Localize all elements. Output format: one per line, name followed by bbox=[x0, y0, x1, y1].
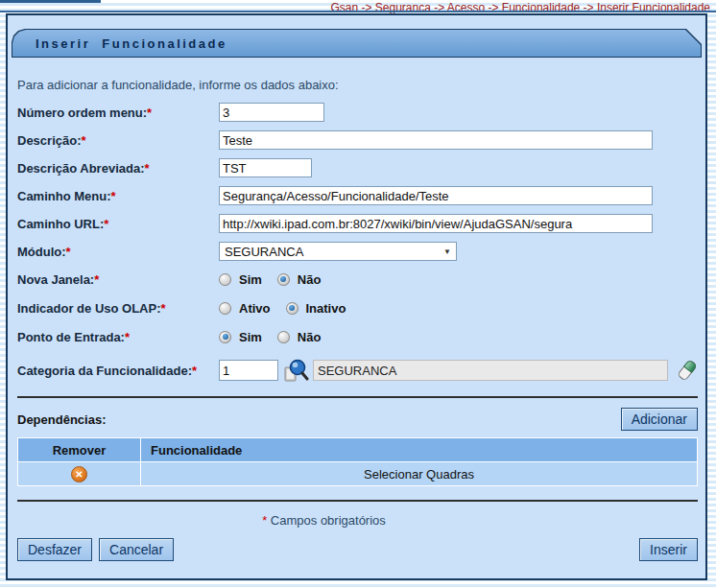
remove-icon[interactable]: ✕ bbox=[71, 466, 87, 482]
descricao-abreviada-label: Descrição Abreviada:* bbox=[17, 161, 219, 176]
cell-funcionalidade: Selecionar Quadras bbox=[141, 462, 697, 485]
required-asterisk: * bbox=[144, 161, 149, 176]
separator-line bbox=[17, 396, 698, 398]
ponto-entrada-sim-label: Sim bbox=[239, 330, 262, 344]
modulo-select[interactable]: SEGURANCA ▼ bbox=[219, 242, 457, 261]
page-title: Inserir Funcionalidade bbox=[36, 36, 227, 51]
eraser-icon bbox=[677, 358, 698, 383]
indicador-olap-radiogroup: Ativo Inativo bbox=[219, 301, 361, 316]
indicador-olap-inativo-label: Inativo bbox=[306, 301, 346, 316]
ponto-entrada-radiogroup: Sim Não bbox=[219, 330, 336, 344]
form-row-caminho-menu: Caminho Menu:* bbox=[17, 186, 698, 205]
desfazer-button[interactable]: Desfazer bbox=[17, 538, 92, 561]
nova-janela-nao-radio[interactable] bbox=[277, 273, 290, 286]
modulo-label: Módulo:* bbox=[17, 245, 219, 259]
form-row-caminho-url: Caminho URL:* bbox=[17, 214, 698, 233]
form-row-descricao: Descrição:* bbox=[17, 130, 698, 150]
top-divider bbox=[0, 11, 716, 12]
dependencias-label: Dependências: bbox=[17, 412, 106, 427]
chevron-down-icon: ▼ bbox=[443, 247, 451, 256]
form-row-modulo: Módulo:* SEGURANCA ▼ bbox=[17, 242, 698, 261]
intro-text: Para adicionar a funcionalidade, informe… bbox=[17, 78, 698, 92]
required-asterisk: * bbox=[147, 106, 152, 120]
form-row-nova-janela: Nova Janela:* Sim Não bbox=[17, 270, 698, 289]
top-accent-bar bbox=[0, 0, 101, 3]
magnifier-icon bbox=[283, 358, 309, 384]
cell-remover: ✕ bbox=[18, 462, 140, 485]
ponto-entrada-label: Ponto de Entrada:* bbox=[17, 330, 219, 344]
page-title-bar: Inserir Funcionalidade bbox=[12, 29, 702, 58]
categoria-nome-field bbox=[313, 360, 668, 381]
descricao-abreviada-input[interactable] bbox=[219, 158, 312, 177]
numero-ordem-label: Número ordem menu:* bbox=[17, 106, 219, 120]
table-header-row: Remover Funcionalidade bbox=[18, 438, 697, 461]
nova-janela-radiogroup: Sim Não bbox=[219, 272, 336, 287]
form-row-descricao-abreviada: Descrição Abreviada:* bbox=[17, 158, 698, 177]
form-row-ponto-entrada: Ponto de Entrada:* Sim Não bbox=[17, 327, 698, 346]
header-remover: Remover bbox=[18, 438, 140, 461]
separator-line-bottom bbox=[17, 500, 698, 502]
action-buttons-row: Desfazer Cancelar Inserir bbox=[17, 538, 698, 561]
nova-janela-sim-radio[interactable] bbox=[219, 273, 231, 286]
header-funcionalidade: Funcionalidade bbox=[141, 438, 697, 461]
caminho-menu-label: Caminho Menu:* bbox=[17, 189, 219, 203]
nova-janela-nao-label: Não bbox=[298, 272, 322, 287]
numero-ordem-menu-input[interactable] bbox=[219, 103, 324, 122]
form-row-numero-ordem: Número ordem menu:* bbox=[17, 103, 698, 122]
nova-janela-label: Nova Janela:* bbox=[17, 272, 219, 287]
categoria-codigo-input[interactable] bbox=[219, 360, 278, 381]
required-asterisk: * bbox=[111, 189, 116, 203]
required-fields-note: * Campos obrigatórios bbox=[17, 513, 631, 528]
caminho-menu-input[interactable] bbox=[219, 186, 653, 205]
required-note-text: Campos obrigatórios bbox=[271, 513, 386, 528]
ponto-entrada-nao-radio[interactable] bbox=[277, 331, 290, 343]
dependencias-table: Remover Funcionalidade ✕ Selecionar Quad… bbox=[17, 437, 698, 486]
required-asterisk: * bbox=[125, 330, 130, 344]
indicador-olap-label: Indicador de Uso OLAP:* bbox=[17, 301, 219, 316]
required-asterisk: * bbox=[192, 364, 197, 378]
dependencias-header: Dependências: Adicionar bbox=[17, 408, 698, 431]
table-row: ✕ Selecionar Quadras bbox=[18, 462, 697, 485]
required-asterisk: * bbox=[104, 217, 108, 231]
ponto-entrada-sim-radio[interactable] bbox=[219, 331, 231, 343]
caminho-url-label: Caminho URL:* bbox=[17, 217, 219, 231]
ponto-entrada-nao-label: Não bbox=[298, 330, 322, 344]
indicador-olap-inativo-radio[interactable] bbox=[286, 302, 298, 315]
form-row-indicador-olap: Indicador de Uso OLAP:* Ativo Inativo bbox=[17, 298, 698, 318]
indicador-olap-ativo-label: Ativo bbox=[239, 301, 271, 316]
form-row-categoria: Categoria da Funcionalidade:* bbox=[17, 359, 698, 382]
categoria-lookup-button[interactable] bbox=[283, 358, 309, 384]
inserir-button[interactable]: Inserir bbox=[639, 538, 698, 561]
modulo-selected-value: SEGURANCA bbox=[225, 245, 303, 259]
required-asterisk: * bbox=[81, 133, 85, 148]
required-asterisk: * bbox=[262, 513, 267, 528]
categoria-label: Categoria da Funcionalidade:* bbox=[17, 364, 219, 378]
descricao-input[interactable] bbox=[219, 130, 653, 150]
nova-janela-sim-label: Sim bbox=[239, 272, 262, 287]
categoria-clear-button[interactable] bbox=[677, 358, 698, 383]
required-asterisk: * bbox=[66, 245, 71, 259]
required-asterisk: * bbox=[94, 272, 99, 287]
main-panel: Inserir Funcionalidade Para adicionar a … bbox=[6, 13, 707, 580]
caminho-url-input[interactable] bbox=[219, 214, 653, 233]
cancelar-button[interactable]: Cancelar bbox=[99, 538, 174, 561]
indicador-olap-ativo-radio[interactable] bbox=[219, 302, 231, 315]
descricao-label: Descrição:* bbox=[17, 133, 219, 148]
required-asterisk: * bbox=[161, 301, 166, 316]
adicionar-button[interactable]: Adicionar bbox=[621, 408, 698, 431]
